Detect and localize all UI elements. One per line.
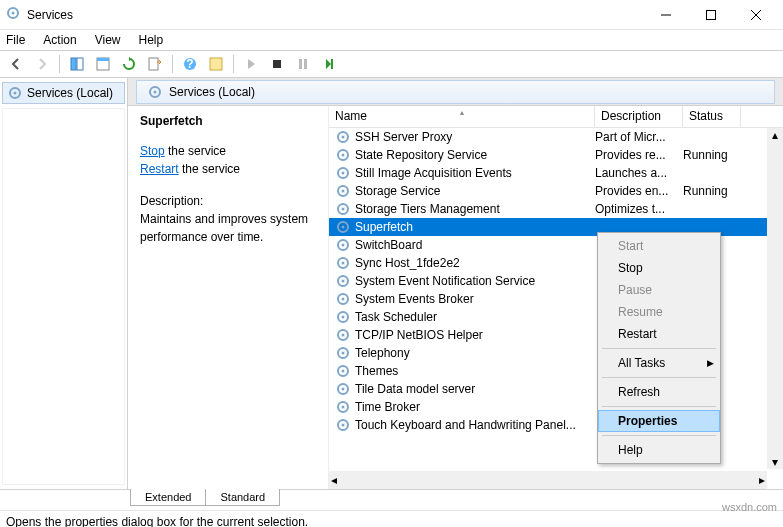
- service-icon: [335, 291, 351, 307]
- cell-description: Optimizes t...: [595, 202, 683, 216]
- ctx-help[interactable]: Help: [598, 439, 720, 461]
- tab-standard[interactable]: Standard: [205, 489, 280, 506]
- ctx-pause: Pause: [598, 279, 720, 301]
- tree-item-services-local[interactable]: Services (Local): [2, 82, 125, 104]
- cell-name: Sync Host_1fde2e2: [355, 256, 595, 270]
- svg-point-27: [342, 172, 345, 175]
- restart-service-button[interactable]: [318, 53, 340, 75]
- list-row[interactable]: State Repository ServiceProvides re...Ru…: [329, 146, 783, 164]
- service-icon: [335, 201, 351, 217]
- service-icon: [335, 399, 351, 415]
- svg-rect-16: [304, 59, 307, 69]
- svg-point-43: [342, 316, 345, 319]
- column-description[interactable]: Description: [595, 106, 683, 127]
- window-title: Services: [27, 8, 73, 22]
- start-service-button[interactable]: [240, 53, 262, 75]
- cell-name: Themes: [355, 364, 595, 378]
- restart-link[interactable]: Restart: [140, 162, 179, 176]
- list-row[interactable]: SSH Server ProxyPart of Micr...: [329, 128, 783, 146]
- app-icon: [5, 5, 21, 24]
- svg-rect-7: [77, 58, 83, 70]
- pause-service-button[interactable]: [292, 53, 314, 75]
- toolbar: ?: [0, 50, 783, 78]
- cell-name: Time Broker: [355, 400, 595, 414]
- menu-action[interactable]: Action: [43, 33, 76, 47]
- service-icon: [335, 255, 351, 271]
- column-status[interactable]: Status: [683, 106, 741, 127]
- cell-name: Still Image Acquisition Events: [355, 166, 595, 180]
- column-name[interactable]: Name▴: [329, 106, 595, 127]
- svg-point-45: [342, 334, 345, 337]
- svg-text:?: ?: [186, 57, 193, 71]
- svg-point-41: [342, 298, 345, 301]
- back-button[interactable]: [5, 53, 27, 75]
- help-button[interactable]: ?: [179, 53, 201, 75]
- export-list-button[interactable]: [144, 53, 166, 75]
- cell-name: SSH Server Proxy: [355, 130, 595, 144]
- left-pane: Services (Local): [0, 78, 128, 489]
- service-icon: [335, 327, 351, 343]
- forward-button[interactable]: [31, 53, 53, 75]
- restart-text: the service: [179, 162, 240, 176]
- show-hide-tree-button[interactable]: [66, 53, 88, 75]
- cell-name: Superfetch: [355, 220, 595, 234]
- scroll-up-icon: ▴: [772, 128, 778, 142]
- horizontal-scrollbar[interactable]: ◂ ▸: [329, 471, 767, 489]
- cell-description: Provides re...: [595, 148, 683, 162]
- cell-name: Tile Data model server: [355, 382, 595, 396]
- stop-service-button[interactable]: [266, 53, 288, 75]
- close-button[interactable]: [733, 1, 778, 29]
- ctx-all-tasks[interactable]: All Tasks▶: [598, 352, 720, 374]
- service-icon: [335, 381, 351, 397]
- statusbar: Opens the properties dialog box for the …: [0, 510, 783, 527]
- svg-rect-6: [71, 58, 76, 70]
- properties-toolbar-button[interactable]: [92, 53, 114, 75]
- service-icon: [335, 129, 351, 145]
- svg-point-55: [342, 424, 345, 427]
- cell-name: TCP/IP NetBIOS Helper: [355, 328, 595, 342]
- titlebar: Services: [0, 0, 783, 30]
- menu-help[interactable]: Help: [139, 33, 164, 47]
- svg-point-37: [342, 262, 345, 265]
- svg-point-19: [14, 92, 17, 95]
- svg-point-1: [12, 12, 15, 15]
- menu-view[interactable]: View: [95, 33, 121, 47]
- menu-file[interactable]: File: [6, 33, 25, 47]
- ctx-restart[interactable]: Restart: [598, 323, 720, 345]
- ctx-refresh[interactable]: Refresh: [598, 381, 720, 403]
- cell-name: Touch Keyboard and Handwriting Panel...: [355, 418, 595, 432]
- svg-rect-14: [273, 60, 281, 68]
- service-icon: [335, 273, 351, 289]
- scroll-left-icon: ◂: [331, 473, 337, 487]
- watermark: wsxdn.com: [722, 501, 777, 513]
- ctx-stop[interactable]: Stop: [598, 257, 720, 279]
- svg-rect-10: [149, 58, 158, 70]
- maximize-button[interactable]: [688, 1, 733, 29]
- context-menu: Start Stop Pause Resume Restart All Task…: [597, 232, 721, 464]
- view-tabs: Extended Standard: [0, 490, 783, 510]
- service-icon: [335, 417, 351, 433]
- service-icon: [335, 183, 351, 199]
- service-icon: [335, 165, 351, 181]
- refresh-button[interactable]: [118, 53, 140, 75]
- cell-description: Part of Micr...: [595, 130, 683, 144]
- service-icon: [335, 237, 351, 253]
- svg-point-53: [342, 406, 345, 409]
- list-row[interactable]: Storage ServiceProvides en...Running: [329, 182, 783, 200]
- ctx-properties[interactable]: Properties: [598, 410, 720, 432]
- pane-header: Services (Local): [128, 78, 783, 106]
- vertical-scrollbar[interactable]: ▴ ▾: [767, 128, 783, 469]
- list-row[interactable]: Storage Tiers ManagementOptimizes t...: [329, 200, 783, 218]
- stop-link[interactable]: Stop: [140, 144, 165, 158]
- left-pane-blank: [2, 108, 125, 485]
- detail-panel: Superfetch Stop the service Restart the …: [128, 106, 328, 489]
- minimize-button[interactable]: [643, 1, 688, 29]
- tab-extended[interactable]: Extended: [130, 489, 205, 506]
- list-row[interactable]: Still Image Acquisition EventsLaunches a…: [329, 164, 783, 182]
- cell-name: SwitchBoard: [355, 238, 595, 252]
- svg-point-33: [342, 226, 345, 229]
- help-topics-button[interactable]: [205, 53, 227, 75]
- svg-rect-13: [210, 58, 222, 70]
- svg-point-39: [342, 280, 345, 283]
- cell-description: Provides en...: [595, 184, 683, 198]
